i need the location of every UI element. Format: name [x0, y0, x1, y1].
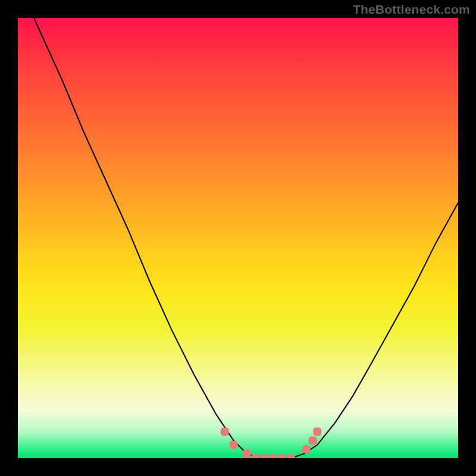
marker-point — [252, 454, 260, 458]
chart-frame: TheBottleneck.com — [0, 0, 476, 476]
marker-point — [230, 441, 238, 449]
chart-svg — [18, 18, 458, 458]
curve-markers — [221, 428, 321, 458]
marker-point — [269, 454, 277, 458]
marker-point — [309, 436, 317, 444]
marker-point — [278, 454, 286, 458]
marker-point — [302, 445, 311, 453]
marker-point — [260, 454, 268, 458]
marker-point — [221, 428, 229, 436]
watermark-text: TheBottleneck.com — [353, 2, 470, 17]
marker-point — [243, 450, 251, 458]
marker-point — [313, 428, 321, 436]
marker-point — [287, 454, 295, 458]
bottleneck-curve — [18, 18, 458, 458]
chart-plot-area — [18, 18, 458, 458]
